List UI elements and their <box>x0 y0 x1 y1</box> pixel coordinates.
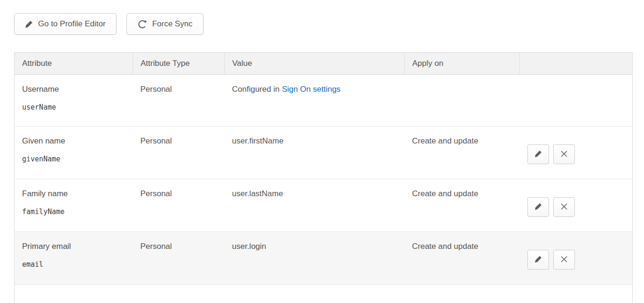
apply-on-cell: Create and update <box>405 127 520 179</box>
pencil-icon <box>25 20 33 28</box>
toolbar: Go to Profile Editor Force Sync <box>14 13 632 35</box>
table-row: Given name givenName Personal user.first… <box>15 127 633 179</box>
apply-on-cell <box>405 75 520 127</box>
pencil-icon <box>534 150 542 159</box>
attribute-variable: userName <box>22 103 126 112</box>
attribute-variable: givenName <box>22 155 126 163</box>
force-sync-label: Force Sync <box>152 19 193 29</box>
pencil-icon <box>534 255 542 264</box>
edit-attribute-button[interactable] <box>527 144 549 164</box>
close-icon <box>561 256 567 264</box>
attribute-cell: Family name familyName <box>15 179 133 232</box>
attribute-variable: email <box>22 260 126 269</box>
attribute-mappings-page: Go to Profile Editor Force Sync Attribut… <box>0 0 644 303</box>
mapping-expression: user.login <box>232 242 267 251</box>
header-attribute: Attribute <box>15 53 133 75</box>
apply-on-cell: Create and update <box>405 179 520 232</box>
value-cell: user.login <box>225 232 405 285</box>
attribute-type: Personal <box>141 189 172 198</box>
attribute-type: Personal <box>141 85 172 94</box>
close-icon <box>561 151 567 159</box>
attribute-cell: Given name givenName <box>15 127 133 179</box>
remove-attribute-button[interactable] <box>553 250 575 270</box>
mapping-expression: user.firstName <box>232 136 284 145</box>
apply-on: Create and update <box>412 136 479 145</box>
attribute-cell: Username userName <box>15 75 133 127</box>
go-to-profile-editor-label: Go to Profile Editor <box>38 19 106 29</box>
value-cell: user.lastName <box>225 179 405 232</box>
sync-icon <box>137 19 147 29</box>
edit-attribute-button[interactable] <box>527 250 549 270</box>
go-to-profile-editor-button[interactable]: Go to Profile Editor <box>14 13 117 35</box>
apply-on: Create and update <box>412 242 479 251</box>
apply-on: Create and update <box>412 189 479 198</box>
remove-attribute-button[interactable] <box>553 144 575 164</box>
attribute-cell: Primary email email <box>15 232 133 285</box>
attribute-type-cell: Personal <box>133 127 225 179</box>
value-cell: Configured inSign On settings <box>225 75 405 127</box>
attribute-type-cell: Personal <box>133 179 225 232</box>
actions-cell <box>520 232 633 285</box>
attribute-label: Given name <box>22 136 126 146</box>
mapping-expression: user.lastName <box>232 189 283 198</box>
pencil-icon <box>534 203 542 212</box>
edit-attribute-button[interactable] <box>527 197 549 217</box>
table-header-row: Attribute Attribute Type Value Apply on <box>15 53 633 75</box>
table-row: Username userName Personal Configured in… <box>15 75 633 127</box>
header-actions <box>520 53 633 75</box>
empty-cell <box>15 285 633 303</box>
attribute-variable: familyName <box>22 207 126 216</box>
value-prefix: Configured in <box>232 85 280 94</box>
header-apply-on: Apply on <box>405 53 520 75</box>
force-sync-button[interactable]: Force Sync <box>126 13 204 35</box>
attribute-type: Personal <box>141 136 172 145</box>
header-value: Value <box>225 53 405 75</box>
remove-attribute-button[interactable] <box>553 197 575 217</box>
attribute-label: Family name <box>22 189 126 199</box>
sign-on-settings-link[interactable]: Sign On settings <box>282 85 341 94</box>
actions-cell <box>520 127 633 179</box>
attribute-type-cell: Personal <box>133 232 225 285</box>
attribute-mappings-table: Attribute Attribute Type Value Apply on … <box>14 52 633 303</box>
attribute-type: Personal <box>141 242 172 251</box>
empty-row <box>15 285 633 303</box>
close-icon <box>561 203 567 211</box>
actions-cell <box>520 75 633 127</box>
table-row: Primary email email Personal user.login … <box>15 232 633 285</box>
actions-cell <box>520 179 633 232</box>
attribute-type-cell: Personal <box>133 75 225 127</box>
apply-on-cell: Create and update <box>405 232 520 285</box>
header-attribute-type: Attribute Type <box>133 53 225 75</box>
attribute-label: Username <box>22 85 126 94</box>
value-cell: user.firstName <box>225 127 405 179</box>
attribute-label: Primary email <box>22 242 126 251</box>
table-row: Family name familyName Personal user.las… <box>15 179 633 232</box>
